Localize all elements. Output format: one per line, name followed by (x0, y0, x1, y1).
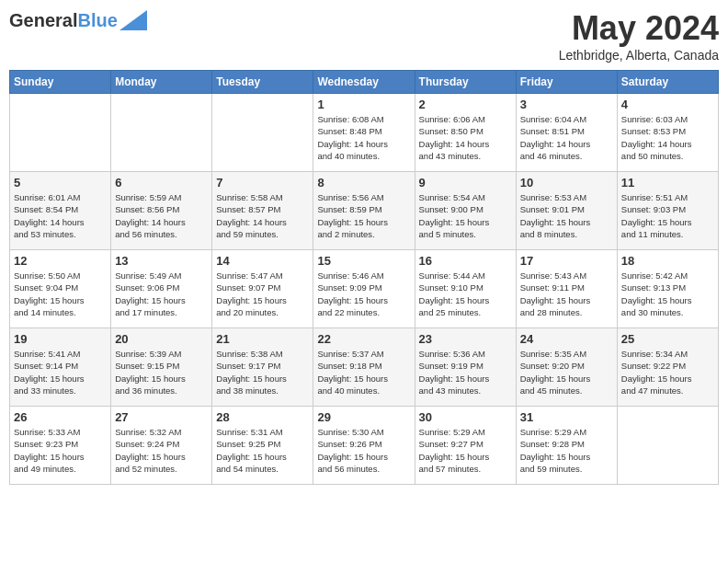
day-info: Sunrise: 5:36 AMSunset: 9:19 PMDaylight:… (419, 348, 512, 396)
day-info: Sunrise: 5:29 AMSunset: 9:28 PMDaylight:… (520, 426, 613, 475)
calendar-day-cell: 25Sunrise: 5:34 AMSunset: 9:22 PMDayligh… (617, 328, 718, 407)
day-number: 17 (520, 254, 613, 268)
calendar-day-cell: 4Sunrise: 6:03 AMSunset: 8:53 PMDaylight… (617, 94, 718, 172)
day-info: Sunrise: 5:41 AMSunset: 9:14 PMDaylight:… (14, 348, 107, 396)
day-number: 9 (419, 176, 512, 190)
calendar-day-cell: 9Sunrise: 5:54 AMSunset: 9:00 PMDaylight… (415, 172, 516, 250)
day-of-week-header: Friday (516, 71, 617, 94)
day-info: Sunrise: 5:37 AMSunset: 9:18 PMDaylight:… (317, 348, 410, 396)
calendar-day-cell: 15Sunrise: 5:46 AMSunset: 9:09 PMDayligh… (313, 250, 415, 328)
day-info: Sunrise: 5:49 AMSunset: 9:06 PMDaylight:… (115, 270, 208, 318)
day-info: Sunrise: 6:01 AMSunset: 8:54 PMDaylight:… (14, 191, 107, 240)
calendar-week-row: 26Sunrise: 5:33 AMSunset: 9:23 PMDayligh… (10, 407, 719, 485)
day-number: 27 (115, 410, 208, 424)
logo-text: GeneralBlue (9, 9, 118, 31)
month-year-title: May 2024 (559, 9, 719, 48)
calendar-day-cell: 1Sunrise: 6:08 AMSunset: 8:48 PMDaylight… (313, 94, 415, 172)
day-info: Sunrise: 5:39 AMSunset: 9:15 PMDaylight:… (115, 348, 208, 396)
day-info: Sunrise: 5:54 AMSunset: 9:00 PMDaylight:… (419, 191, 512, 240)
day-info: Sunrise: 5:44 AMSunset: 9:10 PMDaylight:… (419, 270, 512, 318)
day-number: 4 (621, 98, 714, 111)
calendar-week-row: 5Sunrise: 6:01 AMSunset: 8:54 PMDaylight… (10, 172, 719, 250)
day-number: 3 (520, 98, 613, 111)
day-info: Sunrise: 5:31 AMSunset: 9:25 PMDaylight:… (216, 426, 309, 475)
day-info: Sunrise: 6:04 AMSunset: 8:51 PMDaylight:… (520, 113, 613, 162)
day-info: Sunrise: 6:06 AMSunset: 8:50 PMDaylight:… (419, 113, 512, 162)
day-number: 29 (317, 410, 410, 424)
calendar-day-cell: 28Sunrise: 5:31 AMSunset: 9:25 PMDayligh… (212, 407, 313, 485)
day-info: Sunrise: 5:43 AMSunset: 9:11 PMDaylight:… (520, 270, 613, 318)
calendar-day-cell: 11Sunrise: 5:51 AMSunset: 9:03 PMDayligh… (617, 172, 718, 250)
calendar-day-cell: 18Sunrise: 5:42 AMSunset: 9:13 PMDayligh… (617, 250, 718, 328)
day-number: 18 (621, 254, 714, 268)
day-of-week-header: Tuesday (212, 71, 313, 94)
calendar-day-cell: 7Sunrise: 5:58 AMSunset: 8:57 PMDaylight… (212, 172, 313, 250)
day-number: 24 (520, 332, 613, 346)
day-number: 13 (115, 254, 208, 268)
day-info: Sunrise: 5:35 AMSunset: 9:20 PMDaylight:… (520, 348, 613, 396)
calendar-week-row: 1Sunrise: 6:08 AMSunset: 8:48 PMDaylight… (10, 94, 719, 172)
day-number: 30 (419, 410, 512, 424)
calendar-header-row: SundayMondayTuesdayWednesdayThursdayFrid… (10, 71, 719, 94)
page-header: GeneralBlue May 2024 Lethbridge, Alberta… (9, 9, 719, 63)
day-info: Sunrise: 5:38 AMSunset: 9:17 PMDaylight:… (216, 348, 309, 396)
day-info: Sunrise: 5:46 AMSunset: 9:09 PMDaylight:… (317, 270, 410, 318)
day-info: Sunrise: 6:08 AMSunset: 8:48 PMDaylight:… (317, 113, 410, 162)
day-info: Sunrise: 5:51 AMSunset: 9:03 PMDaylight:… (621, 191, 714, 240)
day-number: 7 (216, 176, 309, 190)
day-number: 1 (317, 98, 410, 111)
calendar-day-cell: 6Sunrise: 5:59 AMSunset: 8:56 PMDaylight… (111, 172, 212, 250)
day-number: 11 (621, 176, 714, 190)
calendar-day-cell: 26Sunrise: 5:33 AMSunset: 9:23 PMDayligh… (10, 407, 111, 485)
day-info: Sunrise: 5:42 AMSunset: 9:13 PMDaylight:… (621, 270, 714, 318)
logo: GeneralBlue (9, 9, 147, 31)
day-info: Sunrise: 5:59 AMSunset: 8:56 PMDaylight:… (115, 191, 208, 240)
day-number: 14 (216, 254, 309, 268)
day-info: Sunrise: 5:53 AMSunset: 9:01 PMDaylight:… (520, 191, 613, 240)
day-number: 6 (115, 176, 208, 190)
location-subtitle: Lethbridge, Alberta, Canada (559, 48, 719, 63)
calendar-day-cell: 29Sunrise: 5:30 AMSunset: 9:26 PMDayligh… (313, 407, 415, 485)
calendar-day-cell: 23Sunrise: 5:36 AMSunset: 9:19 PMDayligh… (415, 328, 516, 407)
day-number: 25 (621, 332, 714, 346)
day-number: 10 (520, 176, 613, 190)
calendar-day-cell (10, 94, 111, 172)
day-number: 16 (419, 254, 512, 268)
day-of-week-header: Wednesday (313, 71, 415, 94)
calendar-day-cell (212, 94, 313, 172)
calendar-day-cell: 13Sunrise: 5:49 AMSunset: 9:06 PMDayligh… (111, 250, 212, 328)
day-number: 15 (317, 254, 410, 268)
day-info: Sunrise: 5:33 AMSunset: 9:23 PMDaylight:… (14, 426, 107, 475)
day-info: Sunrise: 6:03 AMSunset: 8:53 PMDaylight:… (621, 113, 714, 162)
calendar-day-cell: 31Sunrise: 5:29 AMSunset: 9:28 PMDayligh… (516, 407, 617, 485)
calendar-day-cell: 20Sunrise: 5:39 AMSunset: 9:15 PMDayligh… (111, 328, 212, 407)
calendar-day-cell (111, 94, 212, 172)
calendar-day-cell: 16Sunrise: 5:44 AMSunset: 9:10 PMDayligh… (415, 250, 516, 328)
calendar-day-cell: 21Sunrise: 5:38 AMSunset: 9:17 PMDayligh… (212, 328, 313, 407)
title-block: May 2024 Lethbridge, Alberta, Canada (559, 9, 719, 63)
day-info: Sunrise: 5:58 AMSunset: 8:57 PMDaylight:… (216, 191, 309, 240)
day-number: 8 (317, 176, 410, 190)
day-info: Sunrise: 5:29 AMSunset: 9:27 PMDaylight:… (419, 426, 512, 475)
calendar-week-row: 19Sunrise: 5:41 AMSunset: 9:14 PMDayligh… (10, 328, 719, 407)
day-of-week-header: Sunday (10, 71, 111, 94)
day-info: Sunrise: 5:30 AMSunset: 9:26 PMDaylight:… (317, 426, 410, 475)
day-number: 31 (520, 410, 613, 424)
calendar-day-cell: 5Sunrise: 6:01 AMSunset: 8:54 PMDaylight… (10, 172, 111, 250)
day-number: 22 (317, 332, 410, 346)
calendar-day-cell: 8Sunrise: 5:56 AMSunset: 8:59 PMDaylight… (313, 172, 415, 250)
calendar-day-cell: 3Sunrise: 6:04 AMSunset: 8:51 PMDaylight… (516, 94, 617, 172)
day-number: 28 (216, 410, 309, 424)
calendar-day-cell: 2Sunrise: 6:06 AMSunset: 8:50 PMDaylight… (415, 94, 516, 172)
calendar-day-cell: 10Sunrise: 5:53 AMSunset: 9:01 PMDayligh… (516, 172, 617, 250)
day-info: Sunrise: 5:47 AMSunset: 9:07 PMDaylight:… (216, 270, 309, 318)
day-info: Sunrise: 5:34 AMSunset: 9:22 PMDaylight:… (621, 348, 714, 396)
day-of-week-header: Thursday (415, 71, 516, 94)
calendar-week-row: 12Sunrise: 5:50 AMSunset: 9:04 PMDayligh… (10, 250, 719, 328)
day-number: 19 (14, 332, 107, 346)
day-of-week-header: Saturday (617, 71, 718, 94)
day-number: 5 (14, 176, 107, 190)
day-info: Sunrise: 5:50 AMSunset: 9:04 PMDaylight:… (14, 270, 107, 318)
day-of-week-header: Monday (111, 71, 212, 94)
calendar-day-cell: 17Sunrise: 5:43 AMSunset: 9:11 PMDayligh… (516, 250, 617, 328)
